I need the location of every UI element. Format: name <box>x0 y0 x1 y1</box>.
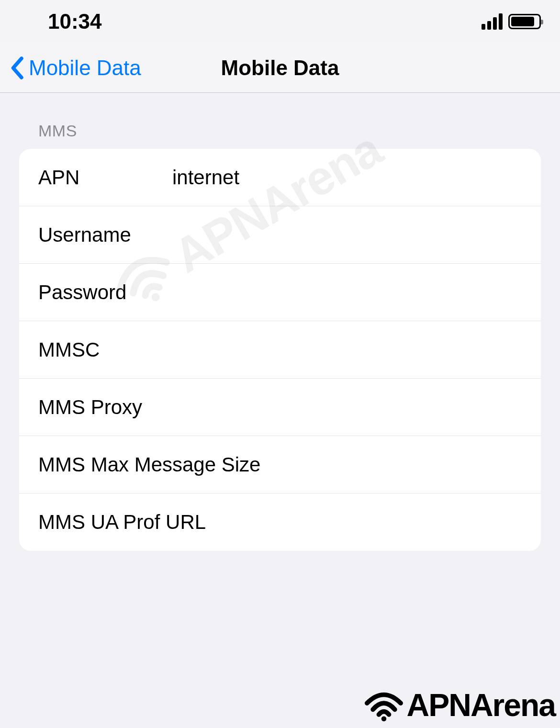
mms-proxy-input[interactable] <box>172 396 522 419</box>
back-button[interactable]: Mobile Data <box>10 56 141 80</box>
mms-ua-prof-label: MMS UA Prof URL <box>38 511 522 534</box>
settings-group: APN Username Password MMSC MMS Proxy MMS… <box>19 149 541 551</box>
signal-icon <box>482 13 503 30</box>
watermark-text: APNArena <box>407 687 555 723</box>
wifi-icon <box>363 687 405 723</box>
status-time: 10:34 <box>48 10 102 34</box>
mms-proxy-label: MMS Proxy <box>38 396 172 419</box>
battery-icon <box>508 14 541 29</box>
mms-proxy-row[interactable]: MMS Proxy <box>19 379 541 436</box>
apn-input[interactable] <box>172 166 522 189</box>
status-bar: 10:34 <box>0 0 560 43</box>
section-header: MMS <box>38 122 541 140</box>
username-input[interactable] <box>172 224 522 246</box>
watermark-bottom: APNArena <box>363 687 555 723</box>
password-label: Password <box>38 281 172 304</box>
page-title: Mobile Data <box>221 56 339 80</box>
navigation-bar: Mobile Data Mobile Data <box>0 43 560 93</box>
status-indicators <box>482 13 541 30</box>
back-label: Mobile Data <box>29 56 141 80</box>
password-row[interactable]: Password <box>19 264 541 321</box>
password-input[interactable] <box>172 281 522 304</box>
chevron-left-icon <box>10 56 24 80</box>
apn-row[interactable]: APN <box>19 149 541 206</box>
apn-label: APN <box>38 166 172 189</box>
svg-point-1 <box>381 716 386 721</box>
username-label: Username <box>38 224 172 246</box>
username-row[interactable]: Username <box>19 206 541 264</box>
mmsc-label: MMSC <box>38 338 172 361</box>
mms-max-size-label: MMS Max Message Size <box>38 453 522 476</box>
mms-ua-prof-row[interactable]: MMS UA Prof URL <box>19 493 541 551</box>
content-area: MMS APN Username Password MMSC MMS Proxy <box>0 93 560 551</box>
mmsc-input[interactable] <box>172 338 522 361</box>
mms-max-size-row[interactable]: MMS Max Message Size <box>19 436 541 493</box>
mmsc-row[interactable]: MMSC <box>19 321 541 379</box>
